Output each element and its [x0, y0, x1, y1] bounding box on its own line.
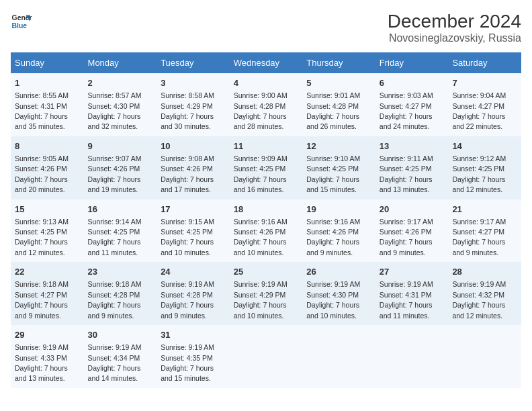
day-number: 24: [161, 266, 226, 278]
day-number: 29: [15, 329, 80, 341]
day-number: 20: [380, 203, 445, 216]
day-info: Sunrise: 9:19 AMSunset: 4:29 PMDaylight:…: [234, 280, 287, 319]
empty-cell: [375, 325, 449, 388]
header-day-saturday: Saturday: [448, 52, 521, 73]
week-row-4: 22Sunrise: 9:18 AMSunset: 4:27 PMDayligh…: [11, 262, 521, 325]
day-number: 23: [88, 266, 153, 278]
day-number: 31: [161, 329, 226, 341]
day-cell-1: 1Sunrise: 8:55 AMSunset: 4:31 PMDaylight…: [11, 73, 84, 136]
day-number: 11: [234, 140, 299, 152]
day-info: Sunrise: 9:13 AMSunset: 4:25 PMDaylight:…: [15, 218, 69, 257]
day-number: 15: [15, 203, 80, 216]
day-cell-10: 10Sunrise: 9:08 AMSunset: 4:26 PMDayligh…: [157, 136, 230, 199]
empty-cell: [230, 325, 303, 388]
empty-cell: [302, 325, 375, 388]
day-info: Sunrise: 8:55 AMSunset: 4:31 PMDaylight:…: [15, 91, 69, 130]
day-cell-28: 28Sunrise: 9:19 AMSunset: 4:32 PMDayligh…: [448, 262, 521, 325]
day-cell-19: 19Sunrise: 9:16 AMSunset: 4:26 PMDayligh…: [302, 199, 375, 263]
day-cell-3: 3Sunrise: 8:58 AMSunset: 4:29 PMDaylight…: [157, 73, 230, 136]
day-info: Sunrise: 9:19 AMSunset: 4:32 PMDaylight:…: [452, 280, 506, 319]
day-info: Sunrise: 9:19 AMSunset: 4:30 PMDaylight:…: [306, 280, 360, 319]
day-info: Sunrise: 9:19 AMSunset: 4:31 PMDaylight:…: [380, 280, 433, 319]
day-info: Sunrise: 9:14 AMSunset: 4:25 PMDaylight:…: [88, 218, 142, 257]
day-cell-22: 22Sunrise: 9:18 AMSunset: 4:27 PMDayligh…: [11, 262, 84, 325]
day-cell-23: 23Sunrise: 9:18 AMSunset: 4:28 PMDayligh…: [84, 262, 157, 325]
day-number: 7: [452, 77, 517, 89]
day-cell-11: 11Sunrise: 9:09 AMSunset: 4:25 PMDayligh…: [230, 136, 303, 199]
title-block: December 2024 Novosineglazovskiy, Russia: [388, 11, 521, 44]
day-info: Sunrise: 9:11 AMSunset: 4:25 PMDaylight:…: [380, 154, 433, 193]
day-cell-5: 5Sunrise: 9:01 AMSunset: 4:28 PMDaylight…: [302, 73, 375, 136]
day-cell-30: 30Sunrise: 9:19 AMSunset: 4:34 PMDayligh…: [84, 325, 157, 388]
header-day-monday: Monday: [84, 52, 157, 73]
day-info: Sunrise: 9:03 AMSunset: 4:27 PMDaylight:…: [380, 91, 433, 130]
day-number: 10: [161, 140, 226, 152]
day-info: Sunrise: 9:07 AMSunset: 4:26 PMDaylight:…: [88, 154, 142, 193]
day-number: 8: [15, 140, 80, 152]
day-info: Sunrise: 9:15 AMSunset: 4:25 PMDaylight:…: [161, 218, 214, 257]
day-cell-20: 20Sunrise: 9:17 AMSunset: 4:26 PMDayligh…: [375, 199, 449, 263]
day-info: Sunrise: 9:10 AMSunset: 4:25 PMDaylight:…: [306, 154, 360, 193]
week-row-1: 1Sunrise: 8:55 AMSunset: 4:31 PMDaylight…: [11, 73, 521, 136]
day-info: Sunrise: 9:18 AMSunset: 4:27 PMDaylight:…: [15, 280, 69, 319]
day-number: 18: [234, 203, 299, 216]
day-info: Sunrise: 9:12 AMSunset: 4:25 PMDaylight:…: [452, 154, 506, 193]
day-cell-16: 16Sunrise: 9:14 AMSunset: 4:25 PMDayligh…: [84, 199, 157, 263]
day-cell-26: 26Sunrise: 9:19 AMSunset: 4:30 PMDayligh…: [302, 262, 375, 325]
day-cell-27: 27Sunrise: 9:19 AMSunset: 4:31 PMDayligh…: [375, 262, 449, 325]
day-cell-18: 18Sunrise: 9:16 AMSunset: 4:26 PMDayligh…: [230, 199, 303, 263]
day-cell-31: 31Sunrise: 9:19 AMSunset: 4:35 PMDayligh…: [157, 325, 230, 388]
day-cell-7: 7Sunrise: 9:04 AMSunset: 4:27 PMDaylight…: [448, 73, 521, 136]
day-number: 16: [88, 203, 153, 216]
day-cell-9: 9Sunrise: 9:07 AMSunset: 4:26 PMDaylight…: [84, 136, 157, 199]
day-number: 27: [380, 266, 445, 278]
header-day-sunday: Sunday: [11, 52, 84, 73]
day-number: 22: [15, 266, 80, 278]
month-title: December 2024: [388, 11, 521, 32]
svg-text:Blue: Blue: [12, 22, 28, 30]
day-info: Sunrise: 8:57 AMSunset: 4:30 PMDaylight:…: [88, 91, 142, 130]
header-day-tuesday: Tuesday: [157, 52, 230, 73]
day-info: Sunrise: 9:09 AMSunset: 4:25 PMDaylight:…: [234, 154, 287, 193]
day-info: Sunrise: 8:58 AMSunset: 4:29 PMDaylight:…: [161, 91, 214, 130]
day-info: Sunrise: 9:16 AMSunset: 4:26 PMDaylight:…: [306, 218, 360, 257]
day-info: Sunrise: 9:19 AMSunset: 4:35 PMDaylight:…: [161, 343, 214, 382]
page-header: General Blue December 2024 Novosineglazo…: [11, 11, 521, 44]
day-info: Sunrise: 9:08 AMSunset: 4:26 PMDaylight:…: [161, 154, 214, 193]
day-number: 1: [15, 77, 80, 89]
header-row: SundayMondayTuesdayWednesdayThursdayFrid…: [11, 52, 521, 73]
day-cell-29: 29Sunrise: 9:19 AMSunset: 4:33 PMDayligh…: [11, 325, 84, 388]
day-number: 21: [452, 203, 517, 216]
day-info: Sunrise: 9:19 AMSunset: 4:33 PMDaylight:…: [15, 343, 69, 382]
day-number: 4: [234, 77, 299, 89]
day-cell-2: 2Sunrise: 8:57 AMSunset: 4:30 PMDaylight…: [84, 73, 157, 136]
day-info: Sunrise: 9:05 AMSunset: 4:26 PMDaylight:…: [15, 154, 69, 193]
week-row-2: 8Sunrise: 9:05 AMSunset: 4:26 PMDaylight…: [11, 136, 521, 199]
day-info: Sunrise: 9:19 AMSunset: 4:34 PMDaylight:…: [88, 343, 142, 382]
day-number: 3: [161, 77, 226, 89]
day-info: Sunrise: 9:16 AMSunset: 4:26 PMDaylight:…: [234, 218, 287, 257]
day-number: 5: [306, 77, 371, 89]
day-number: 13: [380, 140, 445, 152]
day-number: 28: [452, 266, 517, 278]
day-cell-4: 4Sunrise: 9:00 AMSunset: 4:28 PMDaylight…: [230, 73, 303, 136]
day-number: 2: [88, 77, 153, 89]
day-cell-17: 17Sunrise: 9:15 AMSunset: 4:25 PMDayligh…: [157, 199, 230, 263]
day-info: Sunrise: 9:18 AMSunset: 4:28 PMDaylight:…: [88, 280, 142, 319]
day-info: Sunrise: 9:19 AMSunset: 4:28 PMDaylight:…: [161, 280, 214, 319]
day-number: 6: [380, 77, 445, 89]
day-cell-14: 14Sunrise: 9:12 AMSunset: 4:25 PMDayligh…: [448, 136, 521, 199]
day-info: Sunrise: 9:17 AMSunset: 4:26 PMDaylight:…: [380, 218, 433, 257]
day-cell-25: 25Sunrise: 9:19 AMSunset: 4:29 PMDayligh…: [230, 262, 303, 325]
day-info: Sunrise: 9:00 AMSunset: 4:28 PMDaylight:…: [234, 91, 287, 130]
header-day-wednesday: Wednesday: [230, 52, 303, 73]
day-number: 25: [234, 266, 299, 278]
week-row-3: 15Sunrise: 9:13 AMSunset: 4:25 PMDayligh…: [11, 199, 521, 263]
day-number: 17: [161, 203, 226, 216]
day-cell-21: 21Sunrise: 9:17 AMSunset: 4:27 PMDayligh…: [448, 199, 521, 263]
logo: General Blue: [11, 11, 32, 32]
day-cell-15: 15Sunrise: 9:13 AMSunset: 4:25 PMDayligh…: [11, 199, 84, 263]
day-number: 14: [452, 140, 517, 152]
day-number: 12: [306, 140, 371, 152]
day-info: Sunrise: 9:17 AMSunset: 4:27 PMDaylight:…: [452, 218, 506, 257]
